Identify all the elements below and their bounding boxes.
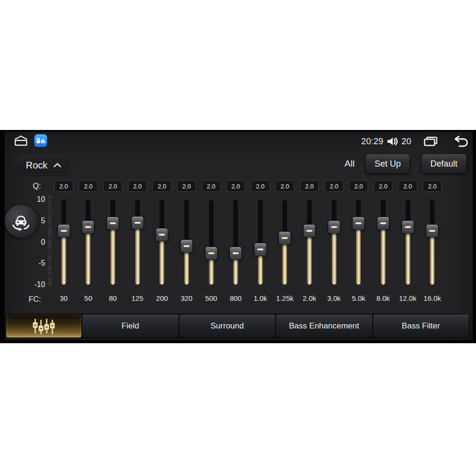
band-slider-200[interactable] (159, 199, 164, 285)
q-value-500[interactable]: 2.0 (202, 180, 221, 192)
slider-fill (110, 223, 115, 285)
fc-value: 80 (109, 294, 117, 304)
q-value-1.0k[interactable]: 2.0 (251, 180, 270, 192)
band-slider-320[interactable] (184, 199, 189, 285)
slider-handle[interactable] (278, 231, 291, 245)
band-slider-12.0k[interactable] (406, 199, 410, 285)
volume-level: 20 (401, 137, 411, 147)
bezel-bottom (0, 340, 476, 343)
slider-fill (406, 227, 410, 285)
car-stereo-equalizer-screen: 20:29 20 (0, 130, 476, 343)
fc-value: 2.0k (303, 294, 316, 304)
clock: 20:29 (361, 137, 384, 147)
q-value-80[interactable]: 2.0 (103, 180, 122, 192)
back-button[interactable] (452, 136, 468, 147)
tab-field[interactable]: Field (82, 315, 178, 337)
slider-handle[interactable] (402, 220, 414, 234)
fc-value: 320 (180, 294, 192, 304)
setup-button[interactable]: Set Up (365, 154, 410, 174)
db-scale-label: -10 (34, 280, 45, 289)
band-slider-3.0k[interactable] (332, 199, 337, 285)
slider-fill (61, 230, 66, 285)
fc-value: 12.0k (399, 294, 416, 304)
band-slider-1.0k[interactable] (258, 199, 263, 285)
slider-fill (430, 230, 435, 285)
q-value-8.0k[interactable]: 2.0 (374, 180, 393, 192)
slider-handle[interactable] (352, 217, 365, 230)
q-value-3.0k[interactable]: 2.0 (325, 180, 344, 192)
band-slider-30[interactable] (61, 199, 66, 285)
default-button[interactable]: Default (421, 154, 467, 174)
slider-handle[interactable] (131, 216, 144, 229)
slider-handle[interactable] (82, 220, 94, 234)
slider-handle[interactable] (107, 217, 119, 230)
slider-handle[interactable] (205, 247, 218, 260)
band-slider-80[interactable] (110, 199, 115, 285)
q-value-12.0k[interactable]: 2.0 (398, 180, 417, 192)
slider-handle[interactable] (377, 217, 389, 230)
slider-handle[interactable] (328, 220, 340, 234)
slider-fill (135, 222, 140, 285)
band-slider-8.0k[interactable] (381, 199, 386, 285)
listening-position-button[interactable] (5, 205, 37, 238)
q-value-200[interactable]: 2.0 (152, 180, 171, 192)
db-scale-label: 10 (37, 195, 45, 204)
status-bar-right: 20:29 20 (361, 134, 468, 149)
q-value-16.0k[interactable]: 2.0 (423, 180, 442, 192)
tab-bass-enhancement[interactable]: Bass Enhancement (276, 315, 372, 337)
q-value-5.0k[interactable]: 2.0 (349, 180, 368, 192)
fc-value: 500 (205, 294, 217, 304)
q-value-800[interactable]: 2.0 (226, 180, 245, 192)
bezel-top (0, 130, 476, 132)
q-value-320[interactable]: 2.0 (177, 180, 196, 192)
band-slider-2.0k[interactable] (307, 199, 312, 285)
slider-handle[interactable] (229, 247, 242, 260)
tab-surround[interactable]: Surround (179, 315, 276, 337)
status-bar: 20:29 20 (0, 134, 476, 149)
fc-value: 30 (60, 294, 68, 304)
tab-bass-filter[interactable]: Bass Filter (373, 315, 469, 337)
chevron-up-icon (53, 163, 61, 168)
q-value-30[interactable]: 2.0 (54, 180, 73, 192)
slider-handle[interactable] (426, 224, 438, 238)
slider-handle[interactable] (254, 243, 267, 256)
fc-value: 125 (131, 294, 143, 304)
slider-fill (356, 223, 361, 285)
db-tick-ruler (48, 196, 51, 288)
band-slider-5.0k[interactable] (356, 199, 361, 285)
slider-fill (332, 227, 337, 285)
band-slider-125[interactable] (135, 199, 140, 285)
page: 20:29 20 (0, 0, 476, 476)
slider-handle[interactable] (156, 228, 168, 241)
fc-value: 3.0k (327, 294, 341, 304)
fc-value: 800 (230, 294, 242, 304)
fc-value: 50 (84, 294, 92, 304)
fc-value: 5.0k (352, 294, 365, 304)
recents-icon (424, 136, 438, 147)
q-value-125[interactable]: 2.0 (128, 180, 147, 192)
q-value-2.0k[interactable]: 2.0 (300, 180, 319, 192)
bottom-tab-bar: FieldSurroundBass EnhancementBass Filter (5, 313, 470, 339)
tab-equalizer[interactable] (6, 315, 81, 337)
q-values-row: 2.02.02.02.02.02.02.02.02.02.02.02.02.02… (51, 180, 445, 191)
slider-fill (307, 230, 312, 285)
all-label[interactable]: All (345, 159, 355, 169)
frequency-labels-row: 3050801252003205008001.0k1.25k2.0k3.0k5.… (51, 294, 445, 304)
recents-button[interactable] (424, 136, 438, 147)
band-slider-500[interactable] (209, 199, 214, 285)
fc-value: 200 (156, 294, 168, 304)
slider-handle[interactable] (58, 224, 70, 238)
slider-fill (159, 234, 164, 285)
db-scale-label: 5 (41, 217, 45, 225)
car-position-icon (10, 211, 31, 232)
band-slider-50[interactable] (86, 199, 90, 285)
q-value-50[interactable]: 2.0 (79, 180, 98, 192)
band-slider-1.25k[interactable] (282, 199, 287, 285)
band-slider-16.0k[interactable] (430, 199, 435, 285)
slider-handle[interactable] (303, 224, 316, 238)
slider-handle[interactable] (180, 239, 193, 253)
q-value-1.25k[interactable]: 2.0 (275, 180, 294, 192)
band-slider-800[interactable] (233, 199, 238, 285)
fc-value: 1.0k (254, 294, 267, 304)
bezel-right (473, 130, 476, 343)
